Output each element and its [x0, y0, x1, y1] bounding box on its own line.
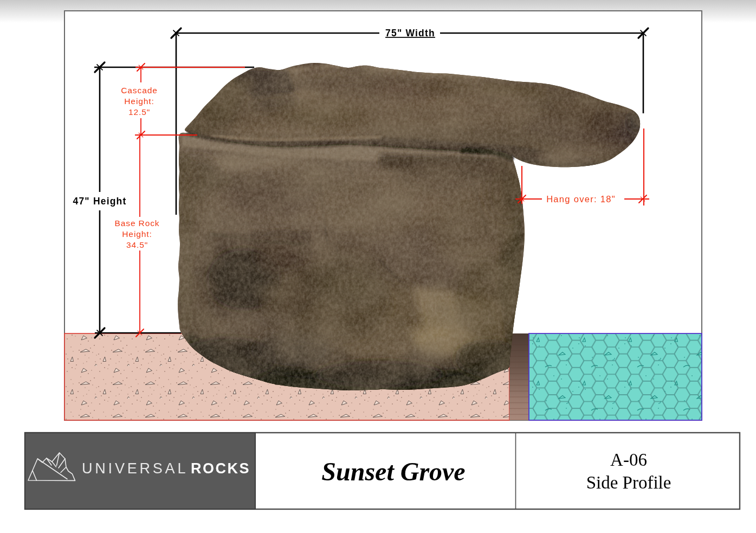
svg-text:Height:: Height:	[124, 97, 154, 106]
svg-text:UNIVERSAL: UNIVERSAL	[82, 460, 188, 477]
svg-text:12.5": 12.5"	[128, 107, 150, 117]
svg-text:Base Rock: Base Rock	[114, 219, 159, 228]
svg-text:75" Width: 75" Width	[385, 28, 435, 38]
svg-text:47" Height: 47" Height	[73, 196, 126, 207]
svg-text:Cascade: Cascade	[121, 86, 157, 95]
svg-text:Height:: Height:	[122, 229, 152, 239]
svg-text:Side Profile: Side Profile	[586, 473, 671, 492]
svg-text:34.5": 34.5"	[126, 240, 148, 249]
svg-text:Sunset Grove: Sunset Grove	[321, 457, 465, 486]
svg-text:A-06: A-06	[610, 450, 647, 470]
svg-text:Hang over: 18": Hang over: 18"	[546, 194, 616, 204]
svg-text:ROCKS: ROCKS	[191, 460, 250, 477]
